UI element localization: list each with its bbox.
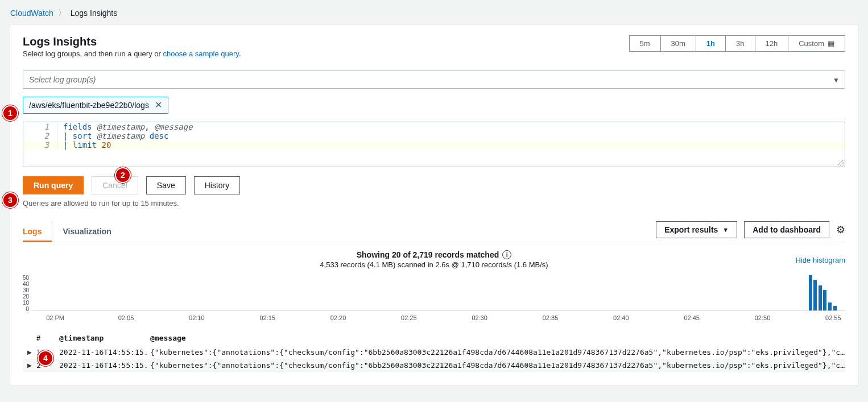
histogram-bar	[809, 275, 812, 310]
histogram-bar	[833, 306, 837, 310]
results-table-header: # @timestamp @message	[23, 330, 845, 346]
summary-scanned: 4,533 records (4.1 MB) scanned in 2.6s @…	[23, 260, 845, 269]
main-panel: 1 2 3 4 Logs Insights Select log groups,…	[10, 25, 858, 386]
run-query-button[interactable]: Run query	[23, 176, 84, 194]
cancel-button: Cancel	[92, 176, 138, 194]
chevron-right-icon: 〉	[58, 8, 66, 18]
expand-icon[interactable]: ▶	[23, 361, 36, 370]
info-icon[interactable]: i	[502, 250, 511, 259]
callout-3: 3	[2, 192, 18, 208]
time-range-picker: 5m30m1h3h12hCustom▦	[629, 35, 846, 52]
history-button[interactable]: History	[194, 176, 241, 194]
chevron-down-icon: ▼	[833, 76, 840, 84]
expand-icon[interactable]: ▶	[23, 348, 36, 357]
chevron-down-icon: ▼	[722, 226, 729, 233]
hide-histogram-link[interactable]: Hide histogram	[796, 256, 845, 264]
row-timestamp: 2022-11-16T14:55:15.	[59, 361, 150, 370]
add-to-dashboard-button[interactable]: Add to dashboard	[744, 221, 829, 238]
chip-label: /aws/eks/fluentbit-zbe9e22b0/logs	[29, 101, 149, 110]
tab-visualization[interactable]: Visualization	[63, 221, 111, 242]
line-number: 3	[23, 140, 57, 150]
table-row[interactable]: ▶12022-11-16T14:55:15.{"kubernetes":{"an…	[23, 346, 845, 359]
export-results-button[interactable]: Export results▼	[656, 221, 737, 238]
close-icon[interactable]: ✕	[155, 101, 162, 110]
time-range-12h[interactable]: 12h	[755, 36, 789, 51]
histogram-y-axis: 50403020100	[23, 275, 32, 311]
callout-2: 2	[115, 167, 131, 183]
row-message: {"kubernetes":{"annotations":{"checksum/…	[150, 361, 845, 370]
save-button[interactable]: Save	[146, 176, 186, 194]
breadcrumb-root[interactable]: CloudWatch	[10, 9, 53, 18]
row-timestamp: 2022-11-16T14:55:15.	[59, 348, 150, 357]
log-group-select[interactable]: Select log group(s)	[23, 71, 845, 89]
callout-4: 4	[38, 350, 53, 366]
time-range-1h[interactable]: 1h	[696, 36, 726, 51]
gear-icon[interactable]: ⚙	[836, 223, 845, 236]
row-message: {"kubernetes":{"annotations":{"checksum/…	[150, 348, 845, 357]
histogram-bar	[823, 290, 826, 310]
table-row[interactable]: ▶22022-11-16T14:55:15.{"kubernetes":{"an…	[23, 359, 845, 372]
line-number: 2	[23, 131, 57, 140]
histogram-bar	[819, 285, 822, 310]
line-number: 1	[23, 122, 57, 131]
resize-handle-icon[interactable]	[837, 159, 845, 167]
calendar-icon: ▦	[828, 39, 834, 48]
breadcrumb-current: Logs Insights	[71, 9, 118, 18]
histogram-bar	[813, 280, 817, 310]
tab-logs[interactable]: Logs	[23, 221, 52, 242]
time-range-5m[interactable]: 5m	[630, 36, 661, 51]
time-range-30m[interactable]: 30m	[661, 36, 696, 51]
query-editor[interactable]: 1 fields @timestamp, @message 2 | sort @…	[23, 122, 845, 167]
query-note: Queries are allowed to run for up to 15 …	[23, 199, 845, 208]
histogram	[32, 275, 845, 311]
histogram-x-axis: 02 PM02:0502:1002:1502:2002:2502:3002:35…	[43, 314, 845, 322]
selected-log-group-chip: /aws/eks/fluentbit-zbe9e22b0/logs ✕	[23, 97, 168, 114]
time-range-3h[interactable]: 3h	[726, 36, 755, 51]
sample-query-link[interactable]: choose a sample query	[163, 49, 238, 58]
page-subtitle: Select log groups, and then run a query …	[23, 49, 241, 58]
summary-matched: Showing 20 of 2,719 records matched	[357, 250, 499, 259]
callout-1: 1	[2, 105, 18, 121]
breadcrumb: CloudWatch 〉 Logs Insights	[10, 8, 858, 18]
histogram-bar	[828, 302, 832, 310]
page-title: Logs Insights	[23, 35, 241, 48]
time-range-custom[interactable]: Custom▦	[788, 36, 845, 51]
